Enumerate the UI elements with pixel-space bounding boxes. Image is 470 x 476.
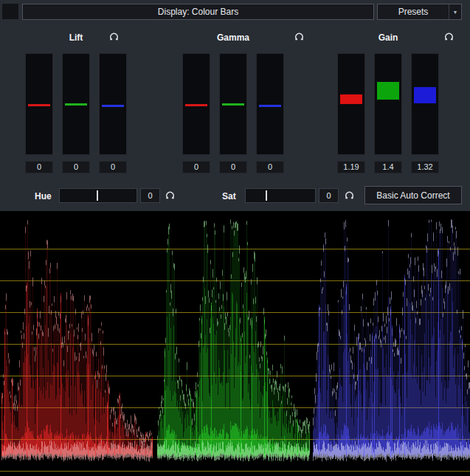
gamma-blue-slider[interactable] [256, 53, 284, 155]
lift-reset-icon[interactable] [108, 31, 120, 43]
lift-green-value: 0 [62, 161, 90, 173]
lift-red-handle[interactable] [28, 104, 50, 106]
sat-slider-thumb[interactable] [266, 190, 267, 201]
lift-red-value: 0 [25, 161, 53, 173]
gain-red-slider[interactable] [337, 53, 365, 155]
presets-dropdown[interactable]: Presets ▼ [377, 4, 462, 20]
lift-blue-value: 0 [99, 161, 127, 173]
lift-section: Lift 0 0 0 [25, 30, 165, 182]
gamma-title: Gamma [182, 32, 284, 43]
gamma-green-slider[interactable] [219, 53, 247, 155]
sat-slider[interactable] [245, 188, 316, 203]
hue-value: 0 [140, 188, 160, 203]
hue-slider[interactable] [59, 188, 137, 203]
gain-blue-slider[interactable] [411, 53, 439, 155]
gamma-blue-handle[interactable] [259, 105, 281, 107]
gamma-section: Gamma 0 0 0 [182, 30, 322, 182]
gain-title: Gain [337, 32, 439, 43]
basic-auto-correct-button[interactable]: Basic Auto Correct [364, 186, 462, 204]
waveform-canvas [0, 211, 470, 476]
lift-blue-slider[interactable] [99, 53, 127, 155]
gain-red-handle[interactable] [340, 94, 362, 104]
gain-green-value: 1.4 [374, 161, 402, 173]
gamma-green-value: 0 [219, 161, 247, 173]
gamma-reset-icon[interactable] [294, 31, 305, 43]
gamma-red-value: 0 [182, 161, 210, 173]
gain-red-value: 1.19 [337, 161, 365, 173]
gamma-red-slider[interactable] [182, 53, 210, 155]
hue-slider-thumb[interactable] [97, 190, 98, 201]
sat-value: 0 [319, 188, 339, 203]
corner-cell [1, 3, 19, 20]
lift-blue-handle[interactable] [102, 105, 124, 107]
gain-reset-icon[interactable] [443, 31, 455, 43]
gamma-green-handle[interactable] [222, 103, 244, 106]
lift-green-handle[interactable] [65, 103, 87, 106]
lift-green-slider[interactable] [62, 53, 90, 155]
colour-correct-panel: Display: Colour Bars Presets ▼ Lift 0 0 … [0, 0, 470, 476]
gain-section: Gain 1.19 1.4 1.32 [337, 30, 470, 182]
gain-blue-value: 1.32 [411, 161, 439, 173]
sat-reset-icon[interactable] [344, 190, 356, 201]
sat-label: Sat [222, 191, 236, 201]
hue-reset-icon[interactable] [165, 190, 176, 201]
gamma-red-handle[interactable] [185, 104, 207, 106]
gain-green-slider[interactable] [374, 53, 402, 155]
presets-label: Presets [378, 7, 449, 17]
hue-label: Hue [35, 191, 52, 201]
gamma-blue-value: 0 [256, 161, 284, 173]
chevron-down-icon[interactable]: ▼ [449, 4, 461, 19]
lift-red-slider[interactable] [25, 53, 53, 155]
display-mode-button[interactable]: Display: Colour Bars [22, 4, 374, 20]
gain-blue-handle[interactable] [414, 87, 436, 103]
waveform-scope [0, 211, 470, 476]
gain-green-handle[interactable] [377, 82, 399, 100]
